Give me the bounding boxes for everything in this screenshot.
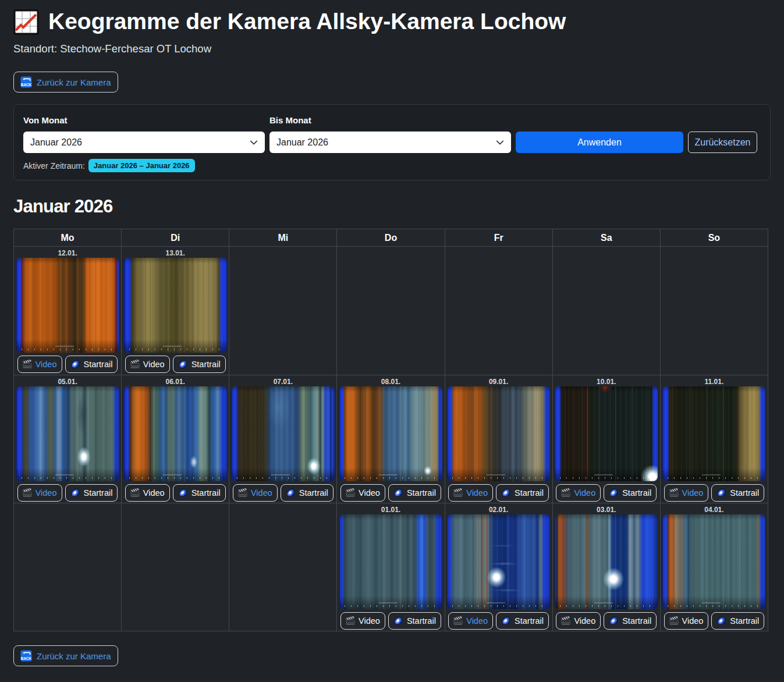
svg-text:BACK: BACK (21, 83, 32, 87)
svg-text:BACK: BACK (21, 656, 32, 660)
